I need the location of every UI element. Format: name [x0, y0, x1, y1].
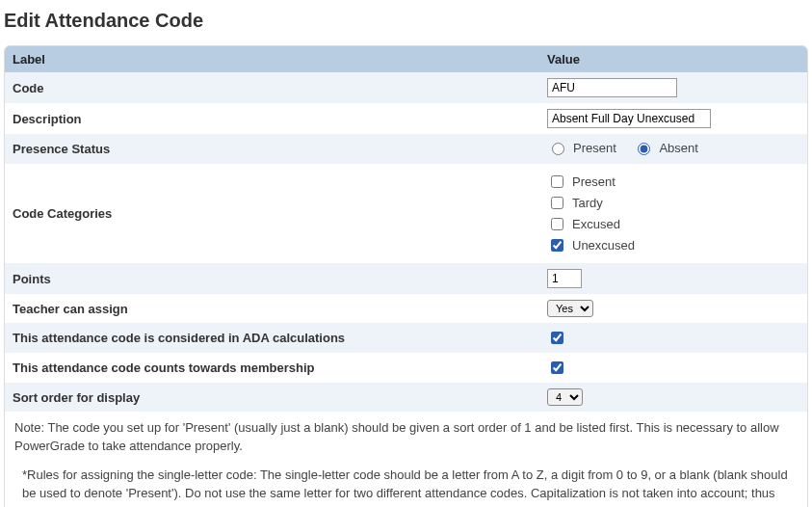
radio-absent[interactable] [638, 143, 650, 155]
code-input[interactable] [547, 78, 677, 97]
form-panel: Label Value Code Description Presence St… [4, 45, 808, 507]
row-code-categories: Code Categories Present Tardy Excused Un… [5, 164, 807, 263]
radio-absent-wrap[interactable]: Absent [633, 140, 697, 155]
label-membership: This attendance code counts towards memb… [5, 353, 539, 383]
row-teacher-assign: Teacher can assign Yes No [5, 294, 807, 323]
check-present[interactable] [551, 175, 563, 188]
radio-absent-label: Absent [659, 141, 697, 155]
label-sort-order: Sort order for display [5, 383, 539, 412]
label-description: Description [5, 103, 539, 134]
check-present-label: Present [572, 174, 616, 189]
label-ada: This attendance code is considered in AD… [5, 323, 539, 353]
check-tardy-label: Tardy [572, 196, 603, 210]
row-description: Description [5, 103, 807, 134]
check-present-wrap[interactable]: Present [547, 173, 799, 191]
row-membership: This attendance code counts towards memb… [5, 353, 807, 383]
check-excused-label: Excused [572, 217, 620, 231]
row-presence-status: Presence Status Present Absent [5, 134, 807, 164]
check-tardy[interactable] [551, 197, 563, 209]
label-presence-status: Presence Status [5, 134, 539, 164]
form-table: Label Value Code Description Presence St… [5, 46, 807, 412]
row-points: Points [5, 263, 807, 294]
check-ada[interactable] [551, 332, 563, 344]
check-unexcused[interactable] [551, 239, 563, 252]
points-input[interactable] [547, 269, 582, 288]
row-code: Code [5, 72, 807, 103]
label-teacher-assign: Teacher can assign [5, 294, 539, 323]
sort-order-select[interactable]: 4 [547, 388, 583, 406]
radio-present-label: Present [573, 141, 616, 155]
check-unexcused-wrap[interactable]: Unexcused [547, 236, 799, 254]
teacher-assign-select[interactable]: Yes No [547, 300, 593, 317]
header-value: Value [539, 46, 807, 72]
label-points: Points [5, 263, 539, 294]
note-text: Note: The code you set up for 'Present' … [5, 412, 807, 462]
description-input[interactable] [547, 109, 711, 128]
header-label: Label [5, 46, 539, 72]
check-membership[interactable] [551, 361, 563, 374]
check-unexcused-label: Unexcused [572, 238, 635, 253]
rules-text: *Rules for assigning the single-letter c… [5, 462, 807, 507]
check-excused-wrap[interactable]: Excused [547, 215, 799, 233]
label-code: Code [5, 72, 539, 103]
check-excused[interactable] [551, 218, 563, 230]
radio-present-wrap[interactable]: Present [547, 140, 616, 155]
row-ada: This attendance code is considered in AD… [5, 323, 807, 353]
row-sort-order: Sort order for display 4 [5, 383, 807, 412]
check-tardy-wrap[interactable]: Tardy [547, 194, 799, 212]
page-title: Edit Attendance Code [4, 10, 808, 32]
label-code-categories: Code Categories [5, 164, 539, 263]
radio-present[interactable] [552, 143, 564, 155]
header-row: Label Value [5, 46, 807, 72]
